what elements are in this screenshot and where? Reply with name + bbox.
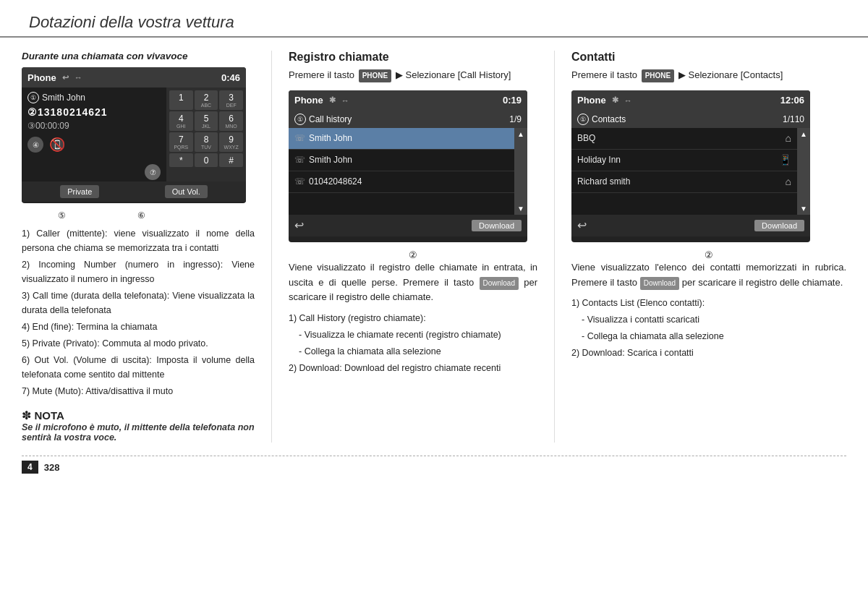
ch-bottom-bar: ↩ Download bbox=[289, 215, 527, 236]
ct-row3-name: Richard smith bbox=[577, 176, 630, 187]
mute-area: ⑦ bbox=[145, 164, 161, 180]
ch-time: 0:19 bbox=[503, 95, 522, 106]
badge-4: ④ bbox=[27, 137, 43, 153]
private-button[interactable]: Private bbox=[60, 185, 99, 198]
key-star[interactable]: * bbox=[169, 153, 193, 167]
ct-download-button[interactable]: Download bbox=[754, 220, 804, 231]
call-icon: ↩ bbox=[62, 73, 69, 82]
caller-row: ① Smith John bbox=[27, 92, 161, 103]
ch-row-1[interactable]: ☏ Smith John bbox=[289, 128, 514, 150]
key-3[interactable]: 3DEF bbox=[219, 90, 243, 110]
note-title: NOTA bbox=[34, 409, 64, 422]
page-title: Dotazioni della vostra vettura bbox=[29, 13, 234, 31]
ct-row2-name: Holiday Inn bbox=[577, 155, 621, 165]
page-sub: 328 bbox=[44, 462, 60, 473]
main-call-screen: Phone ↩ ↔ 0:46 ① Smith John bbox=[22, 67, 246, 203]
phone-label-left: Phone bbox=[27, 72, 56, 83]
desc-6: 6) Out Vol. (Volume di uscita): Imposta … bbox=[22, 353, 255, 382]
ct-body: BBQ ⌂ Holiday Inn 📱 Richard bbox=[571, 128, 810, 215]
scroll-down-icon: ▼ bbox=[517, 205, 524, 213]
ch-row-3[interactable]: ☏ 01042048624 bbox=[289, 171, 514, 193]
call-time: 0:46 bbox=[221, 72, 240, 83]
ch-row-2[interactable]: ☏ Smith John bbox=[289, 150, 514, 171]
ct-header-label: Contacts bbox=[592, 114, 626, 124]
call-duration: ③00:00:09 bbox=[27, 121, 69, 131]
left-subtitle: Durante una chiamata con vivavoce bbox=[22, 51, 255, 61]
ct-row3-icon: ⌂ bbox=[786, 176, 791, 187]
right-desc-list: 1) Contacts List (Elenco contatti): - Vi… bbox=[571, 296, 846, 360]
desc-4: 4) End (fine): Termina la chiamata bbox=[22, 320, 255, 334]
outvol-button[interactable]: Out Vol. bbox=[165, 185, 208, 198]
ch-back-arrow[interactable]: ↩ bbox=[294, 218, 304, 232]
ch-row3-name: 01042048624 bbox=[309, 176, 362, 187]
desc-1: 1) Caller (mittente): viene visualizzato… bbox=[22, 226, 255, 255]
ch-list: ☏ Smith John ☏ Smith John bbox=[289, 128, 514, 215]
ct-topbar: Phone ✱ ↔ 12:06 bbox=[571, 90, 810, 111]
swap-icon: ↔ bbox=[75, 73, 82, 82]
ct-header-pages: 1/110 bbox=[783, 114, 804, 124]
ch-row1-name: Smith John bbox=[309, 133, 352, 143]
ct-scrollbar[interactable]: ▲ ▼ bbox=[797, 128, 810, 215]
right-body: Viene visualizzato l'elenco dei contatti… bbox=[571, 260, 846, 291]
label-5: ⑤ bbox=[58, 210, 66, 221]
center-select: Selezionare [Call History] bbox=[405, 69, 511, 80]
key-hash[interactable]: # bbox=[219, 153, 243, 167]
c-desc-1: 1) Call History (registro chiamate): bbox=[289, 311, 537, 325]
key-7[interactable]: 7PQRS bbox=[169, 132, 193, 152]
col-center: Registro chiamate Premere il tasto PHONE… bbox=[276, 51, 550, 443]
ct-row-2[interactable]: Holiday Inn 📱 bbox=[571, 150, 797, 171]
ct-row1-name: BBQ bbox=[577, 133, 595, 143]
ch-row1-icon: ☏ bbox=[294, 133, 305, 143]
key-9[interactable]: 9WXYZ bbox=[219, 132, 243, 152]
col-divider-1 bbox=[271, 51, 272, 443]
main-content: Durante una chiamata con vivavoce Phone … bbox=[0, 51, 868, 443]
main-call-topbar: Phone ↩ ↔ 0:46 bbox=[22, 67, 246, 87]
key-2[interactable]: 2ABC bbox=[195, 90, 218, 110]
ct-bottom-bar: ↩ Download bbox=[571, 215, 810, 236]
note-symbol: ✽ bbox=[22, 409, 34, 422]
key-5[interactable]: 5JKL bbox=[195, 111, 218, 131]
ct-scroll-down: ▼ bbox=[800, 205, 807, 213]
desc-3: 3) Call time (durata della telefonata): … bbox=[22, 289, 255, 317]
left-desc-list: 1) Caller (mittente): viene visualizzato… bbox=[22, 226, 255, 398]
right-body-text2: per scaricare il registro delle chiamate… bbox=[682, 277, 843, 288]
ch-row2-icon: ☏ bbox=[294, 155, 305, 165]
badge-7: ⑦ bbox=[145, 164, 161, 180]
key-4[interactable]: 4GHI bbox=[169, 111, 193, 131]
ch-screen-header: ① Call history 1/9 bbox=[289, 111, 527, 128]
c-desc-1a: - Visualizza le chiamate recenti (regist… bbox=[289, 328, 537, 342]
ch-scrollbar[interactable]: ▲ ▼ bbox=[514, 128, 527, 215]
center-badge2: ② bbox=[289, 249, 537, 260]
page-header: Dotazioni della vostra vettura bbox=[0, 0, 868, 38]
ch-bt-icon: ✱ bbox=[329, 95, 336, 105]
ct-screen-header: ① Contacts 1/110 bbox=[571, 111, 810, 128]
key-6[interactable]: 6MNO bbox=[219, 111, 243, 131]
note-text: Se il microfono è muto, il mittente dell… bbox=[22, 422, 255, 443]
caller-name: Smith John bbox=[42, 93, 85, 103]
desc-7: 7) Mute (Muto): Attiva/disattiva il muto bbox=[22, 384, 255, 398]
caller-number: ②13180214621 bbox=[27, 106, 108, 118]
ch-swap-icon: ↔ bbox=[341, 96, 349, 105]
ct-row-1[interactable]: BBQ ⌂ bbox=[571, 128, 797, 150]
ct-swap-icon: ↔ bbox=[624, 96, 632, 105]
ch-row3-icon: ☏ bbox=[294, 176, 305, 187]
right-badge2: ② bbox=[571, 249, 846, 260]
ch-phone-label: Phone bbox=[294, 95, 323, 106]
ct-row-3[interactable]: Richard smith ⌂ bbox=[571, 171, 797, 193]
ct-phone-label: Phone bbox=[577, 95, 606, 106]
right-intro: Premere il tasto PHONE ▶ Selezionare [Co… bbox=[571, 68, 846, 83]
ct-list: BBQ ⌂ Holiday Inn 📱 Richard bbox=[571, 128, 797, 215]
ch-row2-name: Smith John bbox=[309, 155, 352, 165]
right-intro-text: Premere il tasto bbox=[571, 69, 637, 80]
call-history-screen: Phone ✱ ↔ 0:19 ① Call history 1/9 bbox=[289, 90, 527, 242]
ch-badge-1: ① bbox=[294, 114, 306, 125]
ch-download-button[interactable]: Download bbox=[472, 220, 522, 231]
r-desc-1: 1) Contacts List (Elenco contatti): bbox=[571, 296, 846, 310]
key-8[interactable]: 8TUV bbox=[195, 132, 218, 152]
ct-back-arrow[interactable]: ↩ bbox=[577, 218, 587, 232]
key-1[interactable]: 1 bbox=[169, 90, 193, 110]
center-dl-inline: Download bbox=[480, 277, 519, 290]
ct-badge-1: ① bbox=[577, 114, 589, 125]
key-0[interactable]: 0 bbox=[195, 153, 218, 167]
bottom-labels: ⑤ ⑥ bbox=[22, 210, 181, 221]
